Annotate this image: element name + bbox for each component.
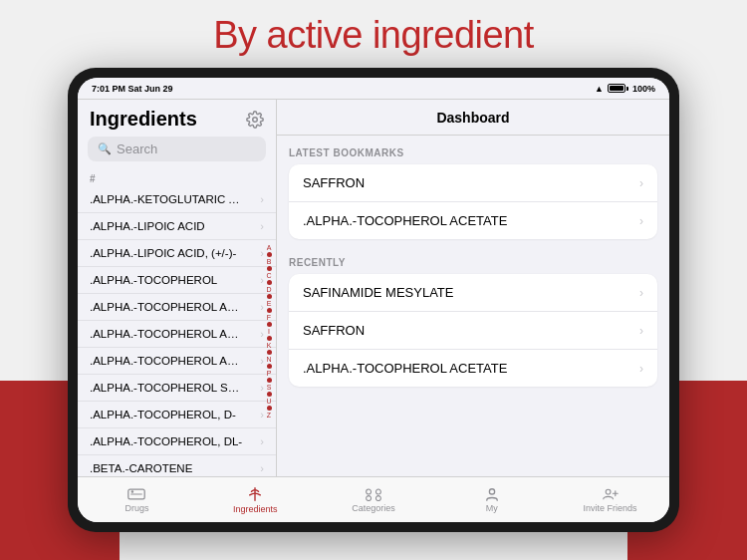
recently-name: SAFFRON: [303, 323, 365, 338]
battery-icon: [608, 84, 628, 93]
status-time: 7:01 PM Sat Jun 29: [92, 84, 173, 94]
wifi-icon: ▲: [595, 84, 604, 94]
tab-categories[interactable]: Categories: [315, 487, 433, 513]
ingredients-tab-icon: [247, 486, 263, 502]
ingredient-name: .ALPHA.-TOCOPHEROL, D-: [90, 409, 244, 420]
section-label-hash: #: [78, 169, 276, 186]
search-bar[interactable]: 🔍 Search: [88, 137, 266, 161]
svg-point-8: [489, 488, 494, 493]
ingredient-item[interactable]: .BETA.-CAROTENE ›: [78, 455, 276, 476]
alpha-dot: [267, 378, 272, 383]
sidebar: Ingredients 🔍 Search #: [78, 100, 277, 476]
panel-header: Dashboard: [277, 100, 669, 136]
recently-name: SAFINAMIDE MESYLATE: [303, 285, 453, 300]
ingredient-item[interactable]: .ALPHA.-TOCOPHEROL ACE... ›: [78, 321, 276, 348]
svg-point-5: [375, 489, 380, 494]
main-panel: Dashboard LATEST BOOKMARKS SAFFRON ›: [277, 100, 669, 476]
ingredient-item[interactable]: .ALPHA.-TOCOPHEROL ACE... ›: [78, 348, 276, 375]
tab-ingredients[interactable]: Ingredients: [196, 486, 315, 514]
ingredient-name: .ALPHA.-TOCOPHEROL ACE...: [90, 328, 244, 340]
main-content: Ingredients 🔍 Search #: [78, 100, 669, 522]
alpha-u[interactable]: U: [266, 398, 271, 405]
drugs-tab-icon: [127, 487, 145, 501]
bookmarks-card: SAFFRON › .ALPHA.-TOCOPHEROL ACETATE ›: [289, 164, 657, 239]
bookmark-name: SAFFRON: [303, 175, 365, 190]
svg-point-9: [606, 489, 611, 494]
recently-card: SAFINAMIDE MESYLATE › SAFFRON › .ALPHA.-…: [289, 274, 657, 387]
tab-label-invite: Invite Friends: [584, 503, 637, 513]
categories-tab-icon: [365, 487, 382, 501]
alpha-i[interactable]: I: [268, 328, 270, 335]
alpha-a[interactable]: A: [267, 244, 272, 251]
ingredient-item[interactable]: .ALPHA.-LIPOIC ACID ›: [78, 213, 276, 240]
alpha-sidebar: A B C D E F I: [262, 186, 276, 476]
recently-name: .ALPHA.-TOCOPHEROL ACETATE: [303, 361, 507, 376]
ingredient-item[interactable]: .ALPHA.-LIPOIC ACID, (+/-)- ›: [78, 240, 276, 267]
tab-my[interactable]: My: [432, 487, 551, 513]
alpha-e[interactable]: E: [267, 300, 272, 307]
chevron-icon: ›: [639, 214, 643, 228]
ingredient-name: .ALPHA.-TOCOPHEROL ACE...: [90, 301, 244, 313]
alpha-p[interactable]: P: [267, 370, 272, 377]
ingredient-name: .ALPHA.-KETOGLUTARIC ACID: [90, 193, 244, 205]
ingredient-item[interactable]: .ALPHA.-TOCOPHEROL, DL- ›: [78, 428, 276, 455]
bookmark-item[interactable]: .ALPHA.-TOCOPHEROL ACETATE ›: [289, 202, 657, 239]
ipad-screen: 7:01 PM Sat Jun 29 ▲ 100% Ingredie: [78, 78, 669, 522]
tab-bar: Drugs Ingredients: [78, 476, 669, 522]
tab-drugs[interactable]: Drugs: [78, 487, 196, 513]
alpha-k[interactable]: K: [267, 342, 272, 349]
tab-label-my: My: [486, 503, 498, 513]
search-placeholder: Search: [117, 141, 157, 156]
recently-label: RECENTLY: [289, 257, 657, 268]
bookmarks-label: LATEST BOOKMARKS: [289, 147, 657, 158]
alpha-b[interactable]: B: [267, 258, 272, 265]
page-title: By active ingredient: [0, 14, 747, 57]
ingredient-list: .ALPHA.-KETOGLUTARIC ACID › .ALPHA.-LIPO…: [78, 186, 276, 476]
bookmark-item[interactable]: SAFFRON ›: [289, 164, 657, 202]
chevron-icon: ›: [639, 286, 643, 300]
sidebar-header: Ingredients: [78, 108, 276, 137]
search-icon: 🔍: [98, 142, 112, 155]
ingredient-item[interactable]: .ALPHA.-TOCOPHEROL, D- ›: [78, 402, 276, 428]
alpha-d[interactable]: D: [266, 286, 271, 293]
alpha-s[interactable]: S: [267, 384, 272, 391]
recently-item[interactable]: SAFFRON ›: [289, 312, 657, 350]
ingredient-item[interactable]: .ALPHA.-TOCOPHEROL ACE... ›: [78, 294, 276, 321]
alpha-dot: [267, 392, 272, 397]
alpha-f[interactable]: F: [267, 314, 271, 321]
svg-point-4: [367, 489, 372, 494]
alpha-z[interactable]: Z: [267, 412, 271, 419]
alpha-dot: [267, 294, 272, 299]
alpha-dot: [267, 406, 272, 411]
battery-label: 100%: [632, 84, 655, 94]
bookmark-name: .ALPHA.-TOCOPHEROL ACETATE: [303, 213, 507, 228]
recently-item[interactable]: .ALPHA.-TOCOPHEROL ACETATE ›: [289, 350, 657, 387]
svg-point-0: [253, 117, 258, 122]
content-area: Ingredients 🔍 Search #: [78, 100, 669, 476]
ingredient-name: .ALPHA.-LIPOIC ACID, (+/-)-: [90, 247, 244, 259]
alpha-dot: [267, 280, 272, 285]
ipad-frame: 7:01 PM Sat Jun 29 ▲ 100% Ingredie: [68, 68, 679, 532]
ingredient-item[interactable]: .ALPHA.-TOCOPHEROL ›: [78, 267, 276, 294]
panel-content: LATEST BOOKMARKS SAFFRON › .ALPHA.-TOCOP…: [277, 136, 669, 476]
status-right: ▲ 100%: [595, 84, 655, 94]
alpha-dot: [267, 364, 272, 369]
gear-icon[interactable]: [246, 111, 264, 129]
alpha-dot: [267, 350, 272, 355]
alpha-n[interactable]: N: [266, 356, 271, 363]
ingredient-item[interactable]: .ALPHA.-TOCOPHEROL SUCC... ›: [78, 375, 276, 402]
ingredient-name: .ALPHA.-TOCOPHEROL, DL-: [90, 435, 244, 447]
sidebar-title: Ingredients: [90, 108, 197, 131]
alpha-dot: [267, 308, 272, 313]
tab-invite[interactable]: Invite Friends: [551, 487, 669, 513]
ingredient-name: .ALPHA.-TOCOPHEROL: [90, 274, 244, 286]
bookmarks-section: LATEST BOOKMARKS SAFFRON › .ALPHA.-TOCOP…: [289, 147, 657, 239]
ingredient-name: .ALPHA.-TOCOPHEROL SUCC...: [90, 382, 244, 394]
ingredient-item[interactable]: .ALPHA.-KETOGLUTARIC ACID ›: [78, 186, 276, 213]
alpha-c[interactable]: C: [266, 272, 271, 279]
chevron-icon: ›: [639, 324, 643, 338]
alpha-dot: [267, 266, 272, 271]
recently-item[interactable]: SAFINAMIDE MESYLATE ›: [289, 274, 657, 312]
recently-section: RECENTLY SAFINAMIDE MESYLATE › SAFFRON ›: [289, 257, 657, 387]
svg-point-7: [375, 495, 380, 500]
